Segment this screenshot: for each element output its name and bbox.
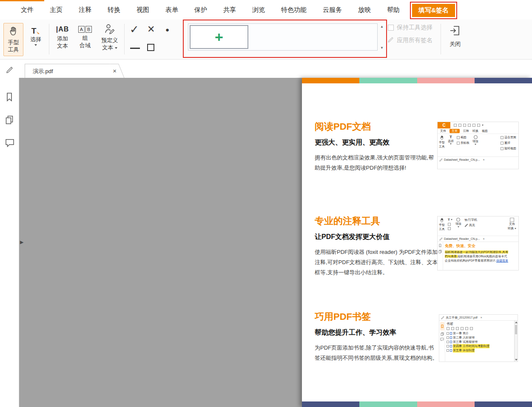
fill-sign-highlight-box: 填写&签名 <box>410 2 457 19</box>
tab-close-icon[interactable]: × <box>113 67 117 74</box>
thumb-toolbar: 手型工具 T选择 截图 剪贴板 缩放 适合页面 重排 旋 <box>438 134 518 157</box>
thumbnail-reader-ui: C 文件 主页 注释 转换 视图 手型工具 <box>437 122 519 169</box>
thumb-titlebar: C <box>438 122 518 128</box>
hand-tool-button[interactable]: 手型 工具 <box>3 23 23 56</box>
ribbon-separator <box>124 24 125 54</box>
close-label: 关闭 <box>449 40 461 48</box>
add-text-label-line2: 文本 <box>57 42 68 49</box>
select-tool-button[interactable]: T 选择 <box>26 24 46 46</box>
section-title: 阅读PDF文档 <box>315 120 442 133</box>
thumb-sidebar-icons <box>438 242 443 270</box>
add-text-icon: |AB <box>56 24 69 35</box>
navigation-sidebar <box>0 78 19 407</box>
menu-comment[interactable]: 注释 <box>71 6 100 14</box>
menu-cloud[interactable]: 云服务 <box>315 6 350 14</box>
ribbon-separator <box>49 24 49 54</box>
select-label: 选择 <box>30 36 41 43</box>
select-dropdown-icon[interactable] <box>34 44 37 46</box>
thumbnail-annotation-ui: 手型工具 T 缩放 TI打字机 高亮 <box>437 216 519 270</box>
section-subtitle: 让PDF文档发挥更大价值 <box>315 233 442 242</box>
check-stamp-button[interactable]: ✓ <box>130 24 139 35</box>
document-tab[interactable]: 演示.pdf × <box>25 64 117 78</box>
window-accent-line <box>0 0 44 1</box>
signature-scroll-up-icon[interactable]: ▲ <box>380 25 384 28</box>
pages-panel-icon[interactable] <box>5 115 14 126</box>
menu-protect[interactable]: 保护 <box>186 6 215 14</box>
section-title: 专业的注释工具 <box>315 215 442 228</box>
rectangle-stamp-button[interactable] <box>147 44 154 51</box>
menu-share[interactable]: 共享 <box>215 6 244 14</box>
menu-help[interactable]: 帮助 <box>379 6 408 14</box>
keep-tool-selection-label: 保持工具选择 <box>397 24 432 31</box>
apply-all-signatures-option: 应用所有签名 <box>388 37 432 44</box>
panel-collapse-handle[interactable]: ▶ <box>20 239 23 245</box>
close-fill-sign-button[interactable]: 关闭 <box>445 25 465 48</box>
pen-icon <box>388 37 394 44</box>
pencil-icon[interactable] <box>6 66 13 75</box>
predefined-text-button[interactable]: 预定义 文本 <box>97 23 122 51</box>
tab-fill-and-sign[interactable]: 填写&签名 <box>412 4 455 17</box>
add-signature-cell[interactable]: + <box>190 25 248 49</box>
hand-tool-label-line2: 工具 <box>8 46 19 53</box>
thumb-doc-tab: Datasheet_Reader_CN.p... × <box>438 236 518 242</box>
cross-stamp-button[interactable]: ✕ <box>147 25 155 34</box>
menu-browse[interactable]: 浏览 <box>244 6 273 14</box>
ribbon-separator <box>441 24 441 54</box>
thumb-bookmark-panel: 书签 第一章 简介 第二章 入职管理 第三章 试用期管理 第四章 工作时间与考勤… <box>445 321 514 361</box>
combine-fields-button[interactable]: AB 组 合域 <box>74 24 96 49</box>
comments-panel-icon[interactable] <box>5 139 14 149</box>
quick-access-icons <box>454 124 484 127</box>
page-top-stripe <box>302 78 532 83</box>
signature-panel-highlight-box: + ▲ ▼ <box>183 20 387 58</box>
combine-label-line2: 合域 <box>80 42 91 49</box>
bookmark-panel-toolbar <box>447 327 513 330</box>
apply-all-signatures-label: 应用所有签名 <box>397 37 432 44</box>
select-cursor-icon: T <box>31 24 40 36</box>
plus-icon: + <box>215 30 223 44</box>
combine-label-line1: 组 <box>83 34 88 42</box>
section-bookmarks: 巧用PDF书签 帮助您提升工作、学习效率 为PDF页面添加书签,除了实现内容的快… <box>315 310 442 363</box>
menu-home[interactable]: 主页 <box>42 6 71 14</box>
predefined-text-icon <box>104 23 115 37</box>
foxit-logo: C <box>438 122 450 128</box>
section-title: 巧用PDF书签 <box>315 310 442 323</box>
hand-tool-label-line1: 手型 <box>8 39 19 46</box>
section-annotation-tools: 专业的注释工具 让PDF文档发挥更大价值 使用福昕PDF阅读器 (foxit r… <box>315 215 442 278</box>
menu-view[interactable]: 视图 <box>128 6 157 14</box>
section-read-pdf: 阅读PDF文档 更强大、更实用、更高效 拥有出色的文档渲染效果,强大的页面管理功… <box>315 120 442 173</box>
foxit-reader-window: 文件 主页 注释 转换 视图 表单 保护 共享 浏览 特色功能 云服务 放映 帮… <box>0 0 532 407</box>
thumb-toolbar: 手型工具 T 缩放 TI打字机 高亮 <box>438 216 518 236</box>
bookmark-panel-title: 书签 <box>447 322 513 326</box>
menu-convert[interactable]: 转换 <box>100 6 128 14</box>
section-body: 拥有出色的文档渲染效果,强大的页面管理功能,帮助提升效率,是您阅读PDF的理想选… <box>315 153 439 173</box>
thumb-content: 书签 第一章 简介 第二章 入职管理 第三章 试用期管理 第四章 工作时间与考勤… <box>439 321 518 361</box>
dot-stamp-button[interactable]: ● <box>165 26 169 33</box>
bookmarks-panel-icon[interactable] <box>5 92 14 103</box>
thumb-promo-heading: 免费、快速、安全 <box>445 243 508 249</box>
menu-file[interactable]: 文件 <box>13 6 42 14</box>
add-text-button[interactable]: |AB 添加 文本 <box>52 24 73 49</box>
document-tab-title: 演示.pdf <box>33 68 53 75</box>
page-bottom-stripe <box>302 401 532 407</box>
thumb-menu-row: 文件 主页 注释 转换 视图 <box>438 128 518 134</box>
menu-features[interactable]: 特色功能 <box>273 6 315 14</box>
thumb-doc-tab: 员工手册_20120917.pdf × <box>439 315 518 321</box>
add-text-label-line1: 添加 <box>57 35 68 42</box>
exit-icon <box>449 25 461 38</box>
thumbnail-bookmark-ui: 员工手册_20120917.pdf × 书签 第一章 简介 <box>439 314 518 362</box>
combine-fields-icon: AB <box>78 26 92 33</box>
section-body: 使用福昕PDF阅读器 (foxit reader) 为PDF文件添加注释,可对P… <box>315 247 439 278</box>
signature-scroll-down-icon[interactable]: ▼ <box>380 46 384 50</box>
section-body: 为PDF页面添加书签,除了实现内容的快速导航,书签还能指明不同书签的层级关系,展… <box>315 343 439 363</box>
document-tab-strip: 演示.pdf × <box>0 60 532 78</box>
hand-icon <box>9 26 19 39</box>
thumb-scrollbar <box>514 321 518 361</box>
line-stamp-button[interactable] <box>130 48 140 49</box>
keep-tool-selection-option: 保持工具选择 <box>388 24 432 31</box>
keep-tool-selection-checkbox <box>388 25 394 31</box>
section-subtitle: 更强大、更实用、更高效 <box>315 138 442 147</box>
menu-form[interactable]: 表单 <box>157 6 186 14</box>
document-view-area: ▶ 阅读PDF文档 更强大、更实用、更高效 拥有出色的文档渲染效果,强大的页面管… <box>19 78 532 407</box>
ribbon-toolbar: 手型 工具 T 选择 |AB 添加 文本 AB 组 合域 <box>0 20 532 60</box>
menu-present[interactable]: 放映 <box>350 6 379 14</box>
